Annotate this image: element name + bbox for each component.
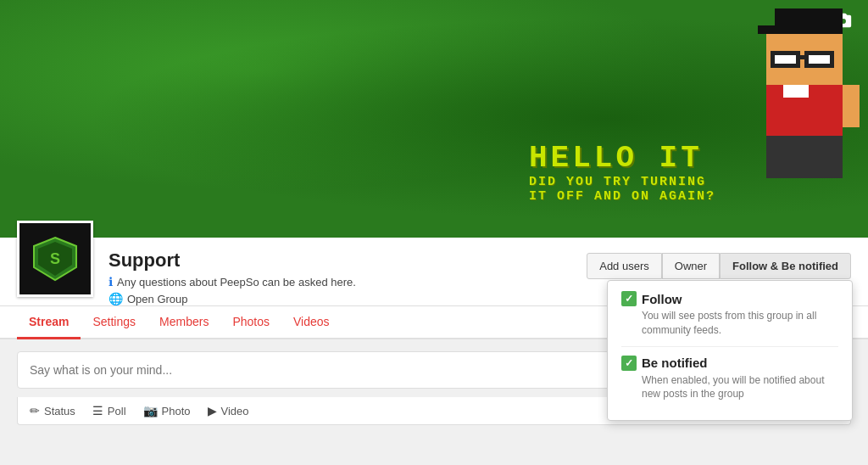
owner-button[interactable]: Owner: [662, 253, 720, 279]
notified-label: Be notified: [642, 356, 708, 370]
follow-item: ✓ Follow You will see posts from this gr…: [621, 291, 838, 338]
tab-settings[interactable]: Settings: [81, 306, 147, 339]
cover-banner: HELLO IT DID YOU TRY TURNING IT OFF AND …: [0, 0, 868, 238]
notified-header[interactable]: ✓ Be notified: [621, 356, 838, 371]
svg-rect-5: [800, 55, 804, 59]
notified-check-icon: ✓: [621, 356, 637, 371]
avatar-inner: S: [19, 223, 91, 294]
avatar: S: [17, 221, 93, 297]
svg-rect-10: [843, 85, 860, 127]
dropdown-divider: [621, 346, 838, 347]
follow-description: You will see posts from this group in al…: [642, 309, 838, 338]
svg-rect-7: [809, 55, 830, 64]
follow-header[interactable]: ✓ Follow: [621, 291, 838, 306]
poll-label: Poll: [108, 405, 126, 417]
notified-description: When enabled, you will be notified about…: [642, 373, 838, 402]
profile-info: Support ℹ Any questions about PeepSo can…: [108, 246, 356, 305]
photo-label: Photo: [162, 405, 191, 417]
add-users-button[interactable]: Add users: [587, 253, 662, 279]
info-icon: ℹ: [108, 275, 113, 289]
poll-action[interactable]: ☰ Poll: [92, 404, 126, 417]
svg-rect-0: [775, 8, 843, 25]
video-icon: ▶: [208, 404, 217, 417]
hello-line3: IT OFF AND ON AGAIN?: [529, 190, 715, 204]
svg-rect-1: [758, 25, 843, 34]
photo-icon: 📷: [143, 404, 158, 417]
hello-it-display: HELLO IT DID YOU TRY TURNING IT OFF AND …: [529, 142, 715, 204]
profile-type: 🌐 Open Group: [108, 292, 356, 305]
profile-name: Support: [108, 249, 356, 272]
poll-icon: ☰: [92, 404, 103, 417]
tab-members[interactable]: Members: [147, 306, 220, 339]
svg-rect-11: [766, 136, 843, 178]
photo-action[interactable]: 📷 Photo: [143, 404, 191, 417]
action-buttons: Add users Owner Follow & Be notified: [587, 253, 851, 279]
video-action[interactable]: ▶ Video: [208, 404, 249, 417]
profile-description: ℹ Any questions about PeepSo can be aske…: [108, 275, 356, 289]
profile-type-text: Open Group: [127, 293, 188, 305]
follow-check-icon: ✓: [621, 291, 637, 306]
hello-line1: HELLO IT: [529, 142, 715, 176]
profile-desc-text: Any questions about PeepSo can be asked …: [117, 276, 356, 289]
notified-item: ✓ Be notified When enabled, you will be …: [621, 356, 838, 402]
pixel-character: [732, 8, 860, 178]
tab-videos[interactable]: Videos: [281, 306, 342, 339]
follow-label: Follow: [642, 292, 682, 306]
status-action[interactable]: ✏ Status: [30, 404, 75, 417]
globe-icon: 🌐: [108, 292, 123, 305]
video-label: Video: [221, 405, 249, 417]
svg-rect-6: [775, 55, 796, 64]
follow-notified-button[interactable]: Follow & Be notified: [720, 253, 851, 279]
follow-dropdown: ✓ Follow You will see posts from this gr…: [607, 280, 853, 421]
svg-text:S: S: [50, 250, 60, 267]
tab-photos[interactable]: Photos: [220, 306, 281, 339]
hello-line2: DID YOU TRY TURNING: [529, 176, 715, 190]
status-label: Status: [44, 405, 75, 417]
svg-rect-9: [783, 85, 809, 98]
page-wrapper: HELLO IT DID YOU TRY TURNING IT OFF AND …: [0, 0, 868, 465]
pencil-icon: ✏: [30, 404, 40, 417]
tab-stream[interactable]: Stream: [17, 306, 81, 339]
